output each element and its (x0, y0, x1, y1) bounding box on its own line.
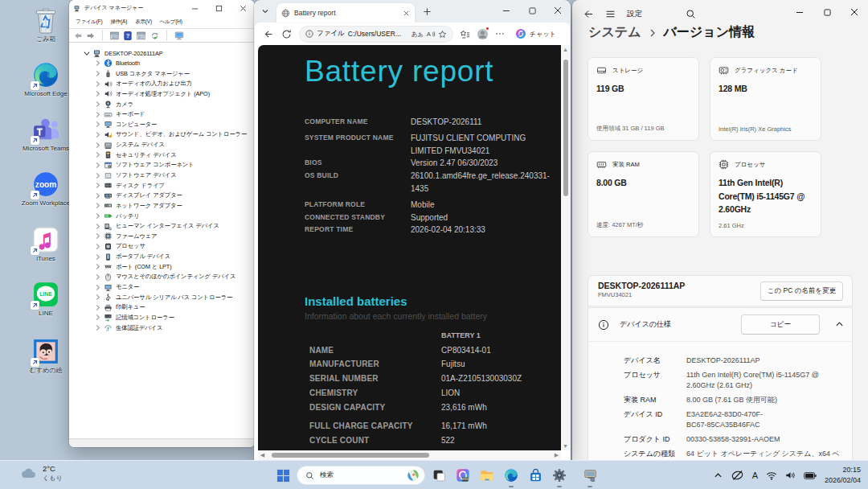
dm-menu-action[interactable]: 操作(A) (107, 17, 132, 27)
collapsed-chevron-icon[interactable] (94, 162, 101, 169)
tree-item[interactable]: ヒューマン インターフェイス デバイス (69, 221, 254, 232)
collapsed-chevron-icon[interactable] (94, 192, 101, 199)
browser-maximize-button[interactable] (519, 0, 545, 21)
hamburger-menu-icon[interactable] (605, 9, 616, 19)
tree-item[interactable]: オーディオ処理オブジェクト (APO) (69, 89, 254, 100)
device-spec-header[interactable]: デバイスの仕様 コピー (588, 308, 852, 342)
collapsed-chevron-icon[interactable] (94, 80, 101, 88)
tree-item[interactable]: USB コネクタ マネージャー (69, 68, 254, 79)
edge-taskbar-button[interactable] (501, 465, 522, 486)
favorites-hub-icon[interactable] (457, 26, 473, 42)
copilot-chat-button[interactable]: チャット (510, 26, 562, 42)
scroll-up-icon[interactable]: ▲ (561, 47, 570, 52)
collapsed-chevron-icon[interactable] (94, 111, 101, 118)
back-icon[interactable] (74, 32, 82, 39)
browser-close-button[interactable] (545, 0, 571, 21)
computer-icon[interactable] (174, 31, 184, 40)
desktop-icon-recycle-bin[interactable]: ごみ箱 (15, 6, 76, 43)
settings-taskbar-button[interactable] (549, 465, 570, 486)
collapsed-chevron-icon[interactable] (94, 172, 101, 179)
tab-close-icon[interactable] (403, 10, 410, 17)
profile-avatar[interactable] (474, 26, 490, 42)
page-info-icon[interactable] (305, 30, 313, 38)
settings-titlebar[interactable]: 設定 (572, 0, 868, 27)
desktop-icon-edge[interactable]: Microsoft Edge (15, 61, 76, 98)
collapsed-chevron-icon[interactable] (94, 90, 101, 97)
collapsed-chevron-icon[interactable] (94, 284, 101, 291)
collapsed-chevron-icon[interactable] (94, 304, 101, 311)
desktop-icon-zoom[interactable]: Zoom Workplace (15, 171, 76, 208)
tree-item[interactable]: カメラ (69, 99, 254, 109)
tab-actions-chevron-icon[interactable] (261, 7, 269, 15)
settings-search-icon[interactable] (686, 9, 696, 19)
dm-menu-view[interactable]: 表示(V) (131, 17, 156, 27)
translate-icon[interactable]: あぁ (411, 30, 423, 39)
ime-mode-indicator[interactable]: A (752, 471, 758, 480)
info-card-storage[interactable]: ストレージ119 GB使用領域 31 GB / 119 GB (588, 57, 699, 141)
desktop-icon-line[interactable]: LINE (15, 281, 76, 318)
tree-item[interactable]: 記憶域コントローラー (69, 313, 254, 323)
browser-tab[interactable]: Battery report (276, 3, 415, 23)
tree-item[interactable]: マウスとそのほかのポインティング デバイス (69, 272, 254, 282)
dm-minimize-button[interactable] (182, 0, 207, 16)
collapsed-chevron-icon[interactable] (94, 151, 101, 158)
tree-item[interactable]: 生体認証デバイス (69, 323, 254, 333)
copilot-365-button[interactable]: M365 (452, 465, 473, 486)
rename-pc-button[interactable]: この PC の名前を変更 (760, 281, 843, 301)
settings-close-button[interactable] (841, 0, 868, 24)
collapsed-chevron-icon[interactable] (94, 182, 101, 189)
store-button[interactable] (525, 465, 546, 486)
desktop-icon-photo[interactable]: むすめの絵 (15, 338, 76, 375)
breadcrumb-system[interactable]: システム (588, 24, 641, 41)
collapsed-chevron-icon[interactable] (94, 121, 101, 128)
forward-icon[interactable] (87, 32, 95, 39)
tree-item[interactable]: ネットワーク アダプター (69, 201, 254, 212)
wifi-icon[interactable] (766, 471, 777, 480)
taskbar-weather-widget[interactable]: 2°C くもり (21, 464, 63, 483)
desktop-icon-itunes[interactable]: iTunes (15, 226, 76, 263)
tree-item[interactable]: コンピューター (69, 119, 254, 129)
tree-item[interactable]: システム デバイス (69, 140, 254, 150)
read-aloud-icon[interactable]: A (426, 30, 435, 39)
file-explorer-button[interactable] (477, 465, 497, 486)
horizontal-scroll-thumb[interactable] (272, 453, 429, 458)
scroll-right-icon[interactable]: ▶ (552, 452, 561, 458)
vertical-scrollbar[interactable]: ▲ ▼ (561, 45, 570, 450)
taskbar-clock[interactable]: 20:15 2026/02/04 (825, 465, 861, 486)
properties-icon[interactable] (137, 31, 145, 40)
tree-item[interactable]: ディスク ドライブ (69, 180, 254, 191)
collapsed-chevron-icon[interactable] (94, 253, 101, 261)
browser-refresh-icon[interactable] (278, 26, 294, 42)
tree-item[interactable]: ユニバーサル シリアル バス コントローラー (69, 292, 254, 302)
dm-menu-help[interactable]: ヘルプ(H) (156, 17, 186, 27)
tree-item[interactable]: セキュリティ デバイス (69, 150, 254, 160)
device-manager-taskbar-button[interactable] (579, 465, 600, 486)
scan-icon[interactable] (150, 31, 159, 40)
collapsed-chevron-icon[interactable] (94, 212, 101, 220)
dm-titlebar[interactable]: デバイス マネージャー (69, 0, 255, 16)
taskbar-search-box[interactable]: 検索 (297, 466, 425, 485)
copy-button[interactable]: コピー (741, 314, 820, 335)
info-card-ram[interactable]: 実装 RAM8.00 GB速度: 4267 MT/秒 (588, 151, 699, 237)
tree-item[interactable]: ファームウェア (69, 232, 254, 242)
tree-item[interactable]: Bluetooth (69, 59, 254, 69)
tree-item[interactable]: ディスプレイ アダプター (69, 191, 254, 201)
collapsed-chevron-icon[interactable] (94, 243, 101, 250)
collapsed-chevron-icon[interactable] (94, 131, 101, 138)
settings-minimize-button[interactable] (786, 0, 813, 24)
scroll-down-icon[interactable]: ▼ (561, 443, 570, 449)
dm-menu-file[interactable]: ファイル(F) (72, 17, 107, 27)
tree-item[interactable]: ソフトウェア コンポーネント (69, 160, 254, 171)
browser-minimize-button[interactable] (493, 0, 519, 21)
collapsed-chevron-icon[interactable] (94, 202, 101, 209)
task-view-button[interactable] (428, 465, 449, 486)
collapsed-chevron-icon[interactable] (94, 263, 101, 270)
dm-close-button[interactable] (231, 0, 255, 16)
tree-item[interactable]: サウンド、ビデオ、およびゲーム コントローラー (69, 129, 254, 140)
collapsed-chevron-icon[interactable] (94, 294, 101, 301)
horizontal-scrollbar[interactable]: ◀ ▶ (258, 450, 561, 460)
browser-back-icon[interactable] (260, 26, 276, 42)
address-bar[interactable]: ファイル C:/Users/USER... あぁ A (299, 26, 453, 43)
battery-icon[interactable] (804, 472, 817, 479)
list-view-icon[interactable] (110, 31, 119, 40)
